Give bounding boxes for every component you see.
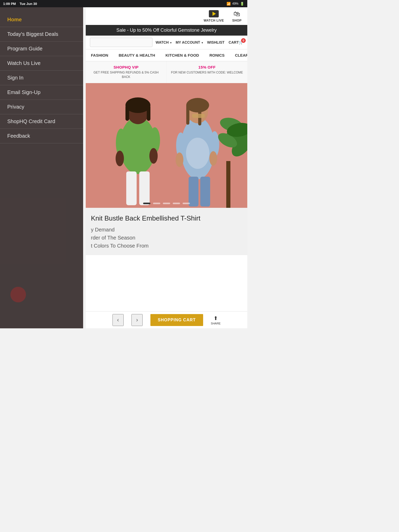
svg-rect-16 (186, 104, 189, 125)
status-right: 📶 49% 🔋 (227, 2, 244, 6)
watch-live-button[interactable]: WATCH LIVE (204, 10, 224, 22)
cart-nav-link[interactable]: CART 🛒 0 (229, 40, 243, 44)
share-label: SHARE (211, 322, 221, 325)
top-actions: WATCH LIVE 🛍 SHOP (86, 7, 247, 25)
category-nav: FASHION BEAUTY & HEALTH KITCHEN & FOOD R… (86, 49, 247, 61)
shop-icon: 🛍 (232, 10, 242, 18)
battery-percent: 49% (232, 2, 238, 5)
svg-rect-18 (192, 114, 205, 118)
cat-beauty[interactable]: BEAUTY & HEALTH (114, 49, 160, 61)
svg-point-22 (209, 151, 217, 166)
prev-button[interactable]: ‹ (112, 314, 124, 326)
product-feature-1: y Demand (91, 227, 242, 233)
promo-vip[interactable]: SHOPHQ VIP GET FREE SHIPPING REFUNDS & 5… (86, 61, 167, 83)
next-icon: › (136, 317, 138, 323)
next-button[interactable]: › (131, 314, 143, 326)
svg-rect-10 (126, 171, 137, 205)
cart-count-badge: 0 (241, 38, 246, 43)
my-account-nav-link[interactable]: MY ACCOUNT ▾ (176, 40, 203, 44)
svg-rect-0 (86, 83, 247, 208)
bottom-toolbar: ‹ › SHOPPING CART ⬆ SHARE (86, 311, 247, 328)
cat-electronics[interactable]: RONICS (204, 49, 230, 61)
product-title: Knit Bustle Back Embellished T-Shirt (91, 214, 242, 223)
promo-vip-title: SHOPHQ VIP (90, 65, 162, 69)
dot-4[interactable] (173, 203, 180, 204)
svg-point-15 (186, 98, 209, 112)
svg-point-3 (125, 97, 150, 113)
svg-rect-25 (226, 161, 230, 208)
carousel-dots (143, 203, 190, 204)
svg-rect-5 (147, 105, 150, 121)
account-dropdown-icon: ▾ (202, 41, 203, 44)
nav-links: WATCH ▾ MY ACCOUNT ▾ WISHLIST CART 🛒 0 (156, 40, 243, 44)
shop-button[interactable]: 🛍 SHOP (232, 10, 242, 22)
promo-strip: SHOPHQ VIP GET FREE SHIPPING REFUNDS & 5… (86, 61, 247, 83)
dot-5[interactable] (183, 203, 190, 204)
svg-point-21 (176, 152, 183, 167)
sidebar-item-email-signup[interactable]: Email Sign-Up (0, 85, 83, 100)
sidebar-bottom-hint (10, 287, 26, 302)
watch-nav-link[interactable]: WATCH ▾ (156, 40, 171, 44)
wifi-icon: 📶 (227, 2, 231, 6)
sidebar-item-privacy[interactable]: Privacy (0, 100, 83, 114)
sidebar-item-credit-card[interactable]: ShopHQ Credit Card (0, 114, 83, 129)
cat-fashion[interactable]: FASHION (86, 49, 114, 61)
svg-point-8 (116, 151, 124, 166)
promo-new-desc: FOR NEW CUSTOMERS WITH CODE: WELCOME (171, 70, 243, 75)
sidebar-item-home[interactable]: Home (0, 12, 83, 27)
promo-vip-desc: GET FREE SHIPPING REFUNDS & 5% CASH BACK (90, 70, 162, 79)
dot-1[interactable] (143, 203, 150, 204)
promo-new-customer[interactable]: 15% OFF FOR NEW CUSTOMERS WITH CODE: WEL… (167, 61, 248, 83)
svg-rect-11 (139, 171, 150, 205)
sidebar-item-deals[interactable]: Today's Biggest Deals (0, 27, 83, 42)
svg-rect-23 (189, 177, 198, 207)
svg-point-13 (186, 138, 209, 169)
shopping-cart-button[interactable]: SHOPPING CART (150, 314, 203, 326)
battery-icon: 🔋 (240, 2, 244, 6)
watch-live-icon (209, 10, 219, 18)
share-button[interactable]: ⬆ SHARE (211, 315, 221, 325)
hero-area (86, 83, 247, 208)
dot-2[interactable] (153, 203, 160, 204)
sidebar-item-program-guide[interactable]: Program Guide (0, 42, 83, 56)
sale-banner: Sale - Up to 50% Off Colorful Gemstone J… (86, 25, 247, 36)
cat-kitchen[interactable]: KITCHEN & FOOD (160, 49, 204, 61)
shop-label: SHOP (232, 19, 242, 22)
promo-new-title: 15% OFF (171, 65, 243, 69)
svg-rect-4 (125, 105, 129, 121)
dot-3[interactable] (163, 203, 170, 204)
share-icon: ⬆ (214, 315, 218, 321)
product-info: Knit Bustle Back Embellished T-Shirt y D… (86, 208, 247, 255)
sidebar-item-sign-in[interactable]: Sign In (0, 71, 83, 85)
status-bar: 1:09 PM Tue Jun 30 📶 49% 🔋 (0, 0, 247, 7)
watch-live-label: WATCH LIVE (204, 19, 224, 22)
status-time: 1:09 PM Tue Jun 30 (3, 2, 37, 6)
prev-icon: ‹ (117, 317, 119, 323)
watch-dropdown-icon: ▾ (170, 41, 171, 44)
wishlist-nav-link[interactable]: WISHLIST (207, 40, 224, 44)
sidebar-item-feedback[interactable]: Feedback (0, 129, 83, 143)
sidebar: Home Today's Biggest Deals Program Guide… (0, 7, 83, 328)
search-input[interactable] (90, 38, 152, 47)
product-feature-3: t Colors To Choose From (91, 243, 242, 249)
sidebar-item-watch-live[interactable]: Watch Us Live (0, 56, 83, 71)
nav-row: WATCH ▾ MY ACCOUNT ▾ WISHLIST CART 🛒 0 (86, 36, 247, 49)
svg-rect-24 (200, 177, 210, 207)
hero-image (86, 83, 247, 208)
cat-clearance[interactable]: CLEARANCE (230, 49, 247, 61)
product-feature-2: rder of The Season (91, 235, 242, 241)
main-content: WATCH LIVE 🛍 SHOP Sale - Up to 50% Off C… (86, 7, 247, 328)
svg-point-9 (149, 148, 158, 164)
